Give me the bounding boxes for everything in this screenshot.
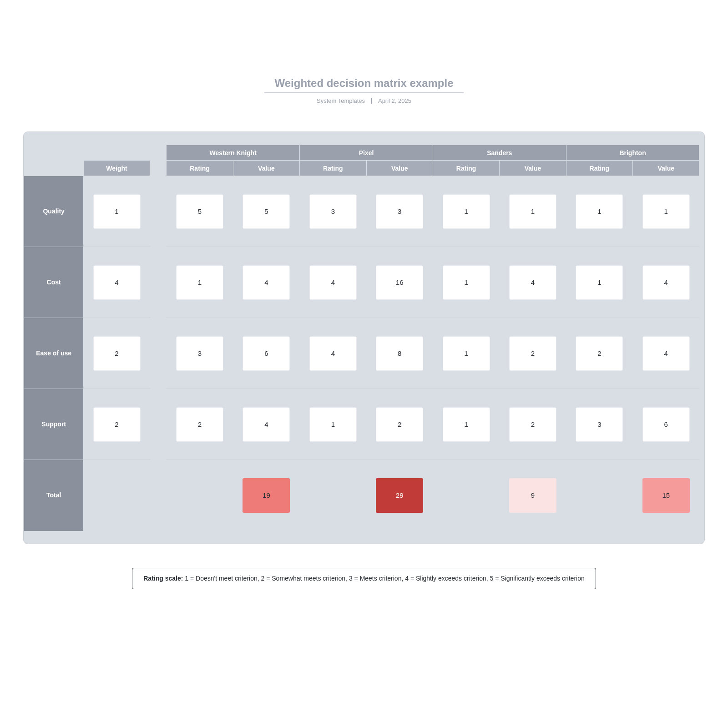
rating-cell: 1 — [566, 176, 632, 247]
cell-value: 2 — [509, 407, 556, 442]
page: Weighted decision matrix example System … — [0, 0, 728, 728]
total-cell: 9 — [500, 460, 566, 531]
rating-cell: 4 — [300, 318, 366, 389]
option-header-row: Western Knight Pixel Sanders Brighton — [24, 145, 704, 161]
cell-value: 1 — [93, 194, 141, 229]
cell-value: 1 — [443, 265, 490, 300]
value-cell: 6 — [233, 318, 299, 389]
total-cell: 19 — [233, 460, 299, 531]
cell-value: 4 — [243, 407, 290, 442]
option-header: Pixel — [300, 145, 433, 161]
legend-label: Rating scale: — [143, 575, 183, 582]
value-cell: 6 — [633, 389, 699, 460]
rating-cell: 3 — [300, 176, 366, 247]
cell-value: 1 — [443, 336, 490, 371]
value-cell: 1 — [500, 176, 566, 247]
value-cell: 2 — [500, 318, 566, 389]
total-value: 29 — [376, 478, 423, 513]
empty-cell — [167, 460, 233, 531]
cell-value: 4 — [309, 265, 357, 300]
cell-value: 3 — [376, 194, 423, 229]
rating-cell: 2 — [566, 318, 632, 389]
cell-value: 1 — [509, 194, 556, 229]
rating-cell: 3 — [167, 318, 233, 389]
cell-value: 1 — [176, 265, 223, 300]
cell-value: 3 — [576, 407, 623, 442]
total-value: 15 — [642, 478, 690, 513]
empty-cell — [566, 460, 632, 531]
weight-header: Weight — [83, 161, 150, 176]
cell-value: 6 — [243, 336, 290, 371]
author-text: System Templates — [317, 97, 365, 104]
date-text: April 2, 2025 — [378, 97, 411, 104]
total-value: 19 — [243, 478, 290, 513]
rating-header: Rating — [566, 161, 632, 176]
value-cell: 1 — [633, 176, 699, 247]
empty-cell — [433, 460, 499, 531]
cell-value: 4 — [642, 265, 690, 300]
cell-value: 8 — [376, 336, 423, 371]
criterion-header: Cost — [24, 247, 83, 318]
value-cell: 2 — [500, 389, 566, 460]
cell-value: 4 — [243, 265, 290, 300]
rating-cell: 3 — [566, 389, 632, 460]
criterion-row: Support224121236 — [24, 389, 704, 460]
criterion-row: Ease of use236481224 — [24, 318, 704, 389]
criterion-header: Support — [24, 389, 83, 460]
value-cell: 5 — [233, 176, 299, 247]
cell-value: 5 — [176, 194, 223, 229]
value-cell: 4 — [233, 389, 299, 460]
criterion-header: Quality — [24, 176, 83, 247]
criterion-row: Cost4144161414 — [24, 247, 704, 318]
meta-row: System Templates April 2, 2025 — [317, 97, 411, 104]
cell-value: 4 — [642, 336, 690, 371]
total-value: 9 — [509, 478, 556, 513]
value-header: Value — [233, 161, 299, 176]
rating-cell: 1 — [433, 176, 499, 247]
cell-value: 5 — [243, 194, 290, 229]
value-cell: 2 — [366, 389, 433, 460]
cell-value: 1 — [309, 407, 357, 442]
spacer — [150, 318, 167, 389]
cell-value: 2 — [376, 407, 423, 442]
value-cell: 4 — [633, 247, 699, 318]
rating-header: Rating — [300, 161, 366, 176]
spacer — [150, 460, 167, 531]
criterion-header: Ease of use — [24, 318, 83, 389]
rating-cell: 1 — [300, 389, 366, 460]
cell-value: 1 — [576, 265, 623, 300]
total-cell: 29 — [366, 460, 433, 531]
value-cell: 4 — [633, 318, 699, 389]
value-cell: 3 — [366, 176, 433, 247]
spacer — [150, 176, 167, 247]
spacer — [699, 176, 704, 247]
cell-value: 1 — [576, 194, 623, 229]
cell-value: 1 — [443, 194, 490, 229]
cell-value: 2 — [93, 336, 141, 371]
spacer — [699, 318, 704, 389]
option-header: Sanders — [433, 145, 566, 161]
rating-cell: 2 — [167, 389, 233, 460]
spacer — [699, 247, 704, 318]
value-cell: 16 — [366, 247, 433, 318]
weight-cell: 2 — [83, 318, 150, 389]
rating-header: Rating — [433, 161, 499, 176]
cell-value: 6 — [642, 407, 690, 442]
rating-cell: 1 — [433, 318, 499, 389]
page-title: Weighted decision matrix example — [264, 75, 463, 93]
criterion-row: Quality155331111 — [24, 176, 704, 247]
rating-cell: 1 — [167, 247, 233, 318]
cell-value: 4 — [309, 336, 357, 371]
value-cell: 4 — [233, 247, 299, 318]
total-header: Total — [24, 460, 83, 531]
sub-header-row: Weight Rating Value Rating Value Rating … — [24, 161, 704, 176]
value-header: Value — [500, 161, 566, 176]
empty-cell — [83, 460, 150, 531]
cell-value: 2 — [576, 336, 623, 371]
rating-header: Rating — [167, 161, 233, 176]
cell-value: 3 — [176, 336, 223, 371]
rating-cell: 4 — [300, 247, 366, 318]
spacer — [699, 460, 704, 531]
cell-value: 16 — [376, 265, 423, 300]
total-row: Total1929915 — [24, 460, 704, 531]
